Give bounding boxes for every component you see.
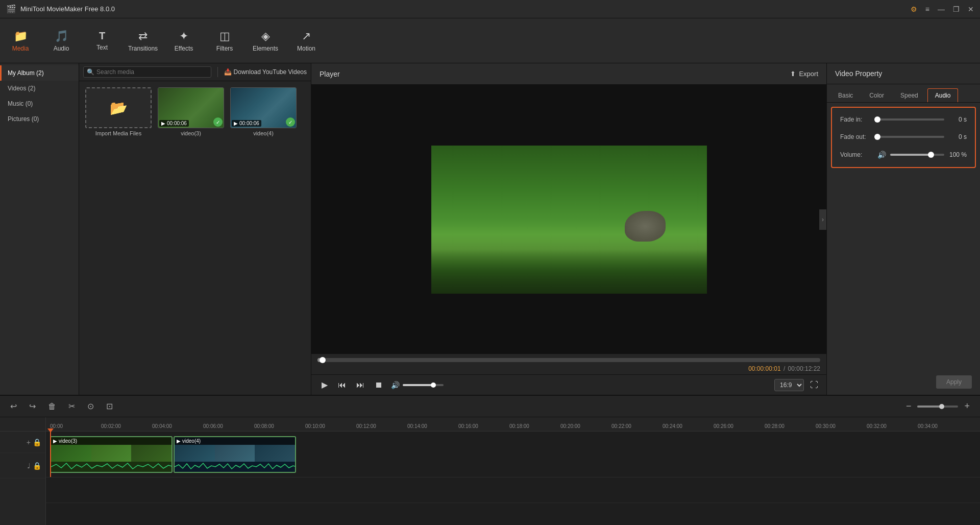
undo-button[interactable]: ↩ xyxy=(6,399,21,413)
video3-audio-wave xyxy=(51,462,172,472)
export-button[interactable]: ⬆ Export xyxy=(790,70,818,78)
video3-thumb[interactable]: ▶ 00:00:06 ✓ xyxy=(158,87,224,128)
garden-rock xyxy=(625,211,666,242)
toolbar-transitions[interactable]: ⇄ Transitions xyxy=(122,20,163,61)
sidebar-item-videos[interactable]: Videos (2) xyxy=(0,81,79,96)
volume-bar: 🔊 xyxy=(391,381,444,389)
stop-button[interactable]: ⏹ xyxy=(373,378,385,392)
fade-out-handle[interactable] xyxy=(874,134,880,140)
volume-prop-fill xyxy=(890,154,931,156)
time-current: 00:00:00:01 xyxy=(748,365,780,372)
video4-clip[interactable]: ▶ video(4) xyxy=(174,436,296,473)
ruler-mark-2: 00:04:00 xyxy=(152,423,172,429)
player-title: Player xyxy=(320,70,340,78)
video-icon2: ▶ xyxy=(234,121,238,126)
play-button[interactable]: ▶ xyxy=(320,378,330,392)
add-video-track-icon[interactable]: + xyxy=(27,438,31,446)
aspect-ratio-select[interactable]: 16:9 9:16 1:1 4:3 xyxy=(774,379,804,391)
cut-button[interactable]: ✂ xyxy=(64,399,79,413)
volume-prop-value: 100 % xyxy=(948,151,967,158)
next-button[interactable]: ⏭ xyxy=(354,378,366,392)
video4-audio-wave xyxy=(175,462,295,472)
video3-clip-header: ▶ video(3) xyxy=(51,437,172,445)
toolbar-filters[interactable]: ◫ Filters xyxy=(204,20,245,61)
lock-video-track-icon[interactable]: 🔒 xyxy=(33,438,41,446)
media-item-video4[interactable]: ▶ 00:00:06 ✓ video(4) xyxy=(230,87,297,136)
progress-handle[interactable] xyxy=(320,357,326,363)
toolbar-audio[interactable]: 🎵 Audio xyxy=(41,20,82,61)
tab-speed[interactable]: Speed xyxy=(893,88,925,102)
apply-button[interactable]: Apply xyxy=(936,375,972,389)
fade-in-value: 0 s xyxy=(948,116,967,123)
playhead[interactable] xyxy=(50,432,51,477)
volume-prop-slider[interactable] xyxy=(890,154,944,156)
tab-color[interactable]: Color xyxy=(862,88,891,102)
restore-button[interactable]: ❐ xyxy=(953,5,960,13)
redo-button[interactable]: ↪ xyxy=(25,399,40,413)
close-button[interactable]: ✕ xyxy=(968,5,974,13)
tab-audio[interactable]: Audio xyxy=(927,88,959,102)
settings-icon[interactable]: ⚙ xyxy=(911,5,917,13)
main-toolbar: 📁 Media 🎵 Audio T Text ⇄ Transitions ✦ E… xyxy=(0,18,980,63)
volume-handle[interactable] xyxy=(431,383,436,388)
sidebar-item-my-album[interactable]: My Album (2) xyxy=(0,65,79,81)
video3-clip[interactable]: ▶ video(3) xyxy=(50,436,173,473)
zoom-slider[interactable] xyxy=(917,405,958,408)
transitions-label: Transitions xyxy=(128,45,158,52)
video-track-side: + 🔒 xyxy=(0,432,45,453)
fade-out-slider[interactable] xyxy=(877,136,944,138)
volume-prop-label: Volume: xyxy=(840,151,873,158)
collapse-panel-btn[interactable]: › xyxy=(819,209,826,230)
download-youtube-btn[interactable]: 📥 Download YouTube Videos xyxy=(224,68,307,76)
timeline-toolbar: ↩ ↪ 🗑 ✂ ⊙ ⊡ − + xyxy=(0,396,980,417)
player-panel: Player ⬆ Export › 00:00:00:01 / xyxy=(311,63,827,395)
fade-in-handle[interactable] xyxy=(874,116,880,123)
ruler-mark-1: 00:02:00 xyxy=(101,423,121,429)
zoom-in-button[interactable]: + xyxy=(960,399,974,414)
video4-duration: 00:00:06 xyxy=(239,121,259,126)
delete-button[interactable]: 🗑 xyxy=(44,400,60,413)
zoom-out-button[interactable]: − xyxy=(902,399,916,414)
music-note-icon: ♩ xyxy=(27,462,31,470)
toolbar-motion[interactable]: ↗ Motion xyxy=(286,20,327,61)
ruler-mark-12: 00:24:00 xyxy=(663,423,682,429)
import-label: Import Media Files xyxy=(95,130,141,136)
media-item-video3[interactable]: ▶ 00:00:06 ✓ video(3) xyxy=(158,87,224,136)
video3-check: ✓ xyxy=(213,117,223,127)
toolbar-elements[interactable]: ◈ Elements xyxy=(245,20,286,61)
lock-music-track-icon[interactable]: 🔒 xyxy=(33,462,41,470)
sidebar-item-pictures[interactable]: Pictures (0) xyxy=(0,111,79,127)
ruler-mark-8: 00:16:00 xyxy=(458,423,478,429)
volume-prop-icon: 🔊 xyxy=(877,151,886,159)
search-input[interactable] xyxy=(96,68,208,76)
fade-out-label: Fade out: xyxy=(840,133,873,140)
fade-out-row: Fade out: 0 s xyxy=(840,133,967,140)
menu-icon[interactable]: ≡ xyxy=(925,5,929,13)
toolbar-text[interactable]: T Text xyxy=(82,20,122,61)
fullscreen-button[interactable]: ⛶ xyxy=(810,380,818,390)
prev-button[interactable]: ⏮ xyxy=(336,378,348,392)
record-button[interactable]: ⊙ xyxy=(83,399,98,413)
video4-thumb[interactable]: ▶ 00:00:06 ✓ xyxy=(230,87,297,128)
zoom-handle[interactable] xyxy=(939,404,944,409)
zoom-fill xyxy=(917,405,942,408)
sidebar-item-music[interactable]: Music (0) xyxy=(0,96,79,111)
download-label: Download YouTube Videos xyxy=(234,68,307,76)
import-media-item[interactable]: 📂 Import Media Files xyxy=(85,87,152,136)
video4-label: video(4) xyxy=(253,130,274,136)
progress-bar[interactable] xyxy=(317,358,820,362)
crop-button[interactable]: ⊡ xyxy=(102,399,117,413)
import-thumb[interactable]: 📂 xyxy=(85,87,152,128)
volume-track[interactable] xyxy=(403,384,444,386)
video-track: ▶ video(3) xyxy=(46,432,980,478)
fade-out-value: 0 s xyxy=(948,133,967,140)
volume-prop-handle[interactable] xyxy=(928,152,934,158)
fade-in-slider[interactable] xyxy=(877,118,944,121)
ruler-mark-10: 00:20:00 xyxy=(560,423,580,429)
toolbar-effects[interactable]: ✦ Effects xyxy=(163,20,204,61)
minimize-button[interactable]: — xyxy=(938,5,945,13)
tab-basic[interactable]: Basic xyxy=(831,88,860,102)
ruler-mark-7: 00:14:00 xyxy=(407,423,427,429)
toolbar-media[interactable]: 📁 Media xyxy=(0,20,41,61)
volume-icon: 🔊 xyxy=(391,381,400,389)
